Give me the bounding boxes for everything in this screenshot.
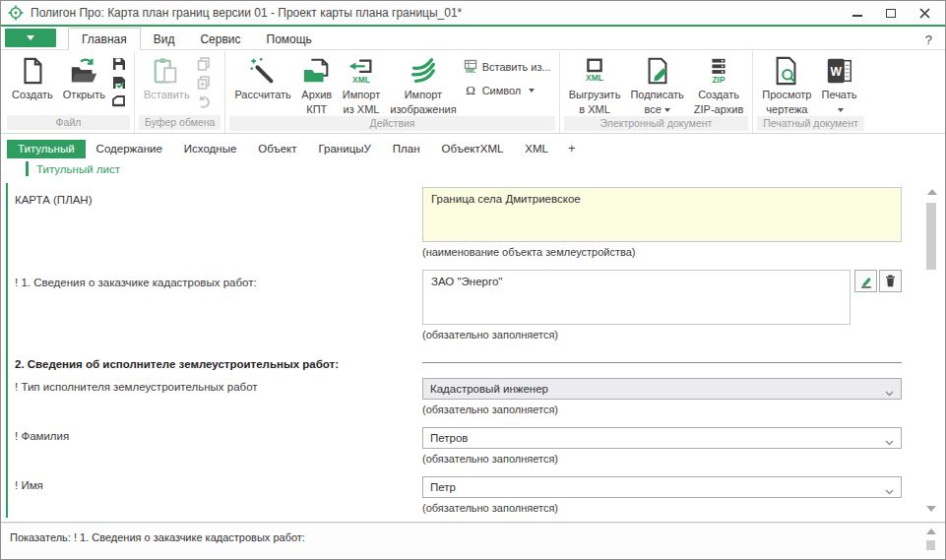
- karta-plan-input[interactable]: Граница села Дмитриевское: [422, 187, 902, 242]
- app-window: Полигон Про: Карта план границ версии 01…: [0, 0, 946, 560]
- scroll-up-icon[interactable]: [926, 529, 936, 534]
- edit-button[interactable]: [854, 270, 877, 292]
- field-caption: (обязательно заполняется): [422, 502, 902, 514]
- tab-xml[interactable]: XML: [514, 140, 559, 158]
- field-caption: (обязательно заполняется): [422, 453, 902, 465]
- form-row-executor-type: ! Тип исполнителя землеустроительных раб…: [1, 378, 945, 427]
- paste-icon: [151, 55, 182, 87]
- file-small-buttons: [110, 53, 130, 109]
- menu-bar: Главная Вид Сервис Помощь ?: [1, 27, 945, 50]
- window-controls: [851, 7, 936, 19]
- paste-button[interactable]: Вставить: [139, 53, 195, 101]
- scrollbar-thumb[interactable]: [926, 540, 935, 550]
- sign-all-button[interactable]: Подписать все: [625, 53, 688, 115]
- svg-text:XML: XML: [352, 75, 370, 85]
- form-scrollbar[interactable]: [925, 189, 938, 512]
- section-divider: [422, 362, 902, 363]
- svg-text:XML: XML: [465, 68, 475, 74]
- preview-drawing-button[interactable]: Просмотр чертежа: [757, 53, 816, 115]
- svg-text:XML: XML: [586, 73, 603, 83]
- undo-button[interactable]: [196, 93, 212, 109]
- svg-text:W: W: [830, 65, 842, 79]
- export-xml-icon: XML: [579, 55, 610, 87]
- paste-from-button[interactable]: XML Вставить из...: [464, 59, 551, 75]
- calculate-button[interactable]: Рассчитать: [229, 53, 295, 101]
- create-zip-button[interactable]: ZIP Создать ZIP-архив: [689, 53, 748, 115]
- open-button[interactable]: Открыть: [58, 53, 110, 101]
- menu-tab-glavnaya[interactable]: Главная: [68, 28, 141, 50]
- paste-from-icon: XML: [464, 59, 477, 75]
- menu-tab-vid[interactable]: Вид: [141, 29, 188, 49]
- omega-icon: Ω: [464, 83, 477, 98]
- maximize-button[interactable]: [885, 7, 897, 19]
- print-button[interactable]: W Печать: [816, 53, 861, 115]
- actions-menu-column: XML Вставить из... Ω Символ: [462, 53, 555, 98]
- clipboard-small-buttons: [195, 53, 215, 109]
- export-xml-button[interactable]: XML Выгрузить в XML: [564, 53, 626, 115]
- ribbon-group-actions: Рассчитать Архив КПТ: [224, 51, 558, 133]
- section-title: 2. Сведения об исполнителе землеустроите…: [15, 358, 422, 370]
- help-button[interactable]: ?: [922, 32, 935, 49]
- open-folder-icon: [68, 55, 99, 87]
- menu-tab-servis[interactable]: Сервис: [187, 29, 253, 49]
- tab-ishodnye[interactable]: Исходные: [173, 140, 248, 158]
- add-tab-button[interactable]: +: [559, 140, 585, 158]
- close-button[interactable]: [918, 7, 930, 19]
- sign-document-icon: [642, 55, 673, 87]
- subtab-titulny-list[interactable]: Титульный лист: [36, 163, 120, 175]
- save-button[interactable]: [111, 56, 127, 72]
- delete-button[interactable]: [879, 270, 902, 292]
- dropdown-caret-icon: [664, 108, 670, 112]
- app-logo-icon: [8, 5, 24, 21]
- scroll-down-icon[interactable]: [926, 506, 936, 512]
- chevron-down-icon: [885, 485, 894, 497]
- archive-kpt-button[interactable]: Архив КПТ: [296, 53, 338, 115]
- scroll-up-icon[interactable]: [927, 189, 937, 195]
- group-caption-print: Печатный документ: [757, 116, 864, 131]
- customer-input[interactable]: ЗАО "Энерго": [422, 270, 851, 325]
- menu-tab-pomosch[interactable]: Помощь: [254, 29, 325, 49]
- group-caption-file: Файл: [7, 115, 130, 130]
- name-select[interactable]: Петр: [422, 476, 902, 498]
- field-label: ! 1. Сведения о заказчике кадастровых ра…: [15, 270, 422, 352]
- chevron-down-icon: [27, 35, 34, 40]
- ribbon: Создать Открыть: [1, 50, 945, 134]
- import-image-button[interactable]: Импорт изображения: [385, 53, 461, 115]
- form-area: КАРТА (ПЛАН) Граница села Дмитриевское (…: [1, 179, 945, 523]
- chevron-down-icon: [885, 436, 894, 448]
- minimize-button[interactable]: [851, 7, 863, 19]
- tab-soderzhanie[interactable]: Содержание: [86, 140, 173, 158]
- field-caption: (обязательно заполняется): [422, 404, 902, 415]
- tab-granitsy[interactable]: ГраницыУ: [308, 140, 382, 158]
- status-scrollbar[interactable]: [925, 529, 937, 553]
- tab-plan[interactable]: План: [382, 140, 431, 158]
- tab-titulny[interactable]: Титульный: [7, 140, 86, 158]
- field-label: ! Тип исполнителя землеустроительных раб…: [15, 378, 422, 427]
- tab-obektxml[interactable]: ОбъектXML: [431, 140, 515, 158]
- copy-button[interactable]: [196, 56, 212, 72]
- subtab-marker: [26, 161, 29, 176]
- create-button[interactable]: Создать: [7, 53, 58, 101]
- window-title: Полигон Про: Карта план границ версии 01…: [31, 6, 462, 20]
- surname-select[interactable]: Петров: [422, 427, 902, 449]
- new-document-icon: [17, 55, 48, 87]
- tab-obekt[interactable]: Объект: [247, 140, 307, 158]
- save-as-button[interactable]: [111, 75, 127, 91]
- form-accent-edge: [6, 183, 8, 518]
- executor-type-select[interactable]: Кадастровый инженер: [422, 378, 902, 400]
- dropdown-caret-icon: [838, 108, 844, 112]
- copy-special-button[interactable]: [196, 75, 212, 91]
- field-label: КАРТА (ПЛАН): [15, 187, 422, 270]
- word-icon: W: [824, 55, 855, 87]
- save-all-button[interactable]: [111, 93, 127, 109]
- import-xml-button[interactable]: XML Импорт из XML: [338, 53, 385, 115]
- form-row-customer: ! 1. Сведения о заказчике кадастровых ра…: [1, 270, 945, 352]
- image-swoosh-icon: [408, 55, 439, 87]
- zip-archive-icon: ZIP: [703, 55, 734, 87]
- group-caption-edocument: Электронный документ: [564, 116, 749, 131]
- app-menu-button[interactable]: [5, 29, 56, 47]
- preview-magnifier-icon: [771, 55, 802, 87]
- group-caption-clipboard: Буфер обмена: [139, 115, 221, 130]
- symbol-button[interactable]: Ω Символ: [464, 83, 551, 98]
- scrollbar-thumb[interactable]: [926, 203, 936, 270]
